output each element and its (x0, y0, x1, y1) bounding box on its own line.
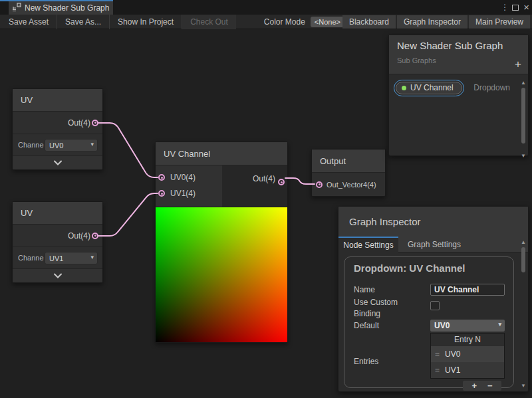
input-port[interactable] (316, 181, 323, 188)
uv-channel-node[interactable]: UV Channel UV0(4) UV1(4) Out(4) (155, 142, 288, 343)
graph-inspector-toggle-button[interactable]: Graph Inspector (397, 15, 467, 29)
output-slot-row: Out(4) (13, 112, 102, 134)
shader-graph-asset-icon (12, 3, 21, 14)
chevron-down-icon: ▾ (90, 254, 94, 260)
output-port[interactable] (92, 120, 98, 126)
input-slot-row: UV1(4) (156, 185, 222, 201)
save-asset-button[interactable]: Save Asset (0, 15, 57, 29)
input-port-uv1[interactable] (158, 190, 165, 197)
channel-label: Channe (18, 254, 44, 262)
selected-item-title: Dropdown: UV Channel (354, 262, 466, 274)
tab-graph-settings[interactable]: Graph Settings (398, 237, 470, 252)
blackboard-subtitle: Sub Graphs (397, 56, 520, 64)
collapse-preview-button[interactable] (13, 269, 102, 282)
default-label: Default (354, 321, 379, 330)
entry-list-footer: + − (463, 381, 501, 391)
drag-handle-icon[interactable]: = (435, 349, 440, 359)
blackboard-item-row: UV Channel Dropdown (394, 79, 528, 96)
chevron-down-icon (53, 158, 63, 167)
drag-handle-icon[interactable]: = (435, 365, 440, 375)
scrollbar-thumb[interactable] (521, 247, 525, 272)
add-property-button[interactable]: + (515, 58, 521, 70)
use-custom-binding-label: Use Custom Binding (354, 297, 418, 320)
output-slot-row: Out(4) (13, 225, 102, 247)
input-slot-row: Out_Vector4(4) (312, 173, 385, 196)
use-custom-binding-checkbox[interactable] (430, 301, 440, 310)
chevron-down-icon (53, 271, 63, 280)
blackboard-content: UV Channel Dropdown ▲ ▼ (389, 79, 528, 160)
scroll-up-icon[interactable]: ▲ (521, 240, 526, 245)
channel-dropdown[interactable]: UV1 ▾ (45, 252, 98, 264)
entry-row[interactable]: = UV0 (430, 346, 505, 362)
node-io-section: UV0(4) UV1(4) Out(4) (156, 165, 287, 207)
main-preview-toggle-button[interactable]: Main Preview (469, 15, 530, 29)
check-out-button[interactable]: Check Out (182, 15, 236, 29)
inspector-tab-bar: Node Settings Graph Settings (338, 237, 528, 252)
graph-inspector-panel: Graph Inspector Node Settings Graph Sett… (338, 206, 529, 392)
uv-preview (156, 207, 287, 342)
name-label: Name (354, 285, 375, 294)
channel-label: Channe (18, 141, 44, 149)
input-port-uv0[interactable] (158, 174, 165, 181)
node-settings-box: Dropdown: UV Channel Name Use Custom Bin… (344, 256, 514, 388)
inspector-header[interactable]: Graph Inspector (338, 207, 528, 237)
default-dropdown[interactable]: UV0 ▾ (430, 320, 505, 332)
node-title[interactable]: UV (13, 202, 102, 225)
node-title[interactable]: UV Channel (156, 142, 287, 165)
uv-node-top[interactable]: UV Out(4) Channe UV0 ▾ (12, 88, 103, 170)
maximize-icon[interactable] (512, 5, 519, 11)
color-mode-label: Color Mode (259, 17, 311, 27)
collapse-preview-button[interactable] (13, 156, 102, 169)
input-slot-row: UV0(4) (156, 169, 222, 185)
blackboard-header[interactable]: New Shader Sub Graph Sub Graphs + (389, 35, 528, 74)
exposed-dot-icon (402, 86, 406, 90)
node-title[interactable]: UV (13, 89, 102, 112)
shader-graph-window: New Shader Sub Graph ⋮ × Save Asset Save… (0, 0, 532, 398)
remove-entry-button[interactable]: − (487, 381, 493, 390)
entry-list-header: Entry N (430, 333, 505, 346)
scroll-down-icon[interactable]: ▼ (521, 153, 526, 159)
entry-row[interactable]: = UV1 (430, 362, 505, 379)
toolbar: Save Asset Save As... Show In Project Ch… (0, 15, 532, 29)
inspector-title: Graph Inspector (349, 216, 421, 227)
window-menu-icon[interactable]: ⋮ (501, 3, 507, 12)
tab-node-settings[interactable]: Node Settings (338, 237, 398, 252)
output-port[interactable] (278, 179, 285, 185)
show-in-project-button[interactable]: Show In Project (110, 15, 182, 29)
output-port[interactable] (92, 233, 98, 239)
chevron-down-icon: ▾ (498, 321, 501, 328)
blackboard-toggle-button[interactable]: Blackboard (342, 15, 396, 29)
channel-dropdown[interactable]: UV0 ▾ (45, 139, 98, 151)
scrollbar-thumb[interactable] (521, 88, 525, 144)
scroll-up-icon[interactable]: ▲ (521, 80, 526, 86)
close-icon[interactable]: × (523, 4, 529, 11)
tab-title: New Shader Sub Graph (25, 3, 109, 13)
output-slot-row: Out(4) (222, 165, 287, 207)
blackboard-panel: New Shader Sub Graph Sub Graphs + UV Cha… (388, 35, 529, 156)
entries-label: Entries (354, 357, 378, 366)
property-pill-selected[interactable]: UV Channel (394, 80, 464, 96)
property-type-label: Dropdown (473, 83, 510, 92)
add-entry-button[interactable]: + (471, 381, 477, 390)
node-title[interactable]: Output (312, 149, 385, 173)
uv-node-bottom[interactable]: UV Out(4) Channe UV1 ▾ (12, 201, 103, 283)
channel-control-row: Channe UV0 ▾ (13, 134, 102, 156)
channel-control-row: Channe UV1 ▾ (13, 247, 102, 269)
scroll-down-icon[interactable]: ▼ (521, 383, 526, 389)
chevron-down-icon: ▾ (90, 141, 94, 148)
title-bar: New Shader Sub Graph ⋮ × (0, 0, 532, 15)
output-node[interactable]: Output Out_Vector4(4) (311, 149, 386, 197)
save-as-button[interactable]: Save As... (57, 15, 110, 29)
blackboard-title: New Shader Sub Graph (397, 40, 520, 51)
name-field[interactable] (430, 284, 505, 296)
document-tab[interactable]: New Shader Sub Graph (9, 1, 113, 15)
